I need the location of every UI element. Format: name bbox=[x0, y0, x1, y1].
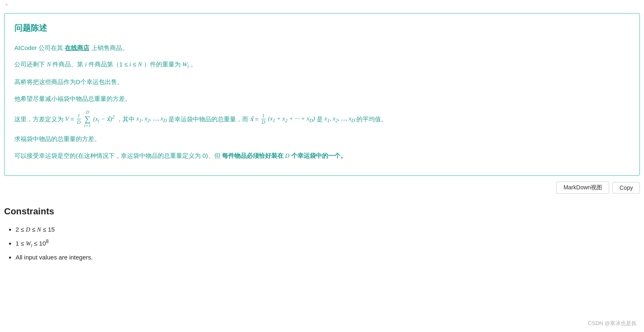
constraint-item-3: All input values are integers. bbox=[16, 251, 640, 264]
page-footer: CSDN @寒冰也是执 bbox=[588, 319, 637, 328]
formula-V: V bbox=[65, 112, 69, 126]
formula-sum-expr: (x1 + x2 + ··· + xD) bbox=[268, 112, 315, 126]
para4-text: 他希望尽量减小福袋中物品总重量的方差。 bbox=[14, 95, 131, 102]
formula-xs2: x1, x2, ..., xD bbox=[324, 112, 355, 126]
formula-mid: ，其中 bbox=[116, 112, 135, 126]
collapse-bar[interactable]: ⌃ bbox=[0, 0, 644, 13]
fraction-1D: 1 D bbox=[76, 113, 82, 125]
para2-i2: i bbox=[129, 61, 131, 68]
problem-paragraph-1: AtCoder 公司在其 在线商店 上销售商品。 bbox=[14, 42, 630, 54]
footer-text: CSDN @寒冰也是执 bbox=[588, 320, 637, 326]
para2-N: N bbox=[47, 61, 51, 68]
para2-Wi: Wi bbox=[182, 61, 189, 68]
para2-end: ）件的重量为 bbox=[144, 61, 181, 68]
problem-paragraph-2: 公司还剩下 N 件商品。第 i 件商品第（1 ≤ i ≤ N ）件的重量为 Wi… bbox=[14, 59, 630, 71]
para1-bold: 在线商店 bbox=[65, 44, 89, 51]
para2-pre: 公司还剩下 bbox=[14, 61, 47, 68]
copy-button[interactable]: Copy bbox=[612, 182, 640, 193]
para1-pre: AtCoder 公司在其 bbox=[14, 44, 63, 51]
markdown-view-button[interactable]: MarkDown视图 bbox=[556, 182, 609, 194]
constraints-section: Constraints 2 ≤ D ≤ N ≤ 15 1 ≤ Wi ≤ 108 … bbox=[4, 204, 640, 276]
para1-rest: 上销售商品。 bbox=[91, 44, 128, 51]
para6-text: 求福袋中物品的总重量的方差。 bbox=[14, 135, 100, 142]
formula-xs: x1, x2, ..., xD bbox=[136, 112, 167, 126]
formula-eq2: = bbox=[255, 112, 259, 126]
formula-pre: 这里，方差定义为 bbox=[14, 112, 63, 126]
problem-paragraph-6: 求福袋中物品的总重量的方差。 bbox=[14, 133, 630, 145]
problem-title: 问题陈述 bbox=[14, 21, 630, 35]
para2-period: 。 bbox=[190, 61, 197, 68]
formula-is: 是 bbox=[317, 112, 323, 126]
constraint-item-2: 1 ≤ Wi ≤ 108 bbox=[16, 236, 640, 250]
constraints-list: 2 ≤ D ≤ N ≤ 15 1 ≤ Wi ≤ 108 All input va… bbox=[4, 223, 640, 264]
formula-inner: (xi − x̄)2 bbox=[93, 111, 115, 126]
formula-avg-label: 的平均值。 bbox=[356, 112, 387, 126]
formula-eq: = bbox=[70, 112, 74, 126]
problem-paragraph-4: 他希望尽量减小福袋中物品总重量的方差。 bbox=[14, 93, 630, 105]
formula-xbar: x̄ bbox=[250, 112, 253, 126]
page-container: ⌃ 问题陈述 AtCoder 公司在其 在线商店 上销售商品。 公司还剩下 N … bbox=[0, 0, 644, 332]
para2-i: i bbox=[85, 61, 87, 68]
para7-D: D bbox=[285, 152, 290, 159]
problem-box: 问题陈述 AtCoder 公司在其 在线商店 上销售商品。 公司还剩下 N 件商… bbox=[4, 13, 640, 176]
fraction-1D-2: 1 D bbox=[261, 113, 266, 125]
para2-N2: N bbox=[138, 61, 142, 68]
formula-desc: 是幸运袋中物品的总重量，而 bbox=[168, 112, 248, 126]
para2-le: ≤ bbox=[133, 61, 138, 68]
sigma-symbol: D ∑ i=1 bbox=[84, 109, 91, 128]
para2-mid2: 件商品第（1 ≤ bbox=[88, 61, 129, 68]
problem-paragraph-3: 高桥将把这些商品作为D个幸运包出售。 bbox=[14, 76, 630, 88]
formula-paragraph: 这里，方差定义为 V = 1 D D ∑ i=1 (xi − x̄)2 ，其中 … bbox=[14, 109, 630, 128]
problem-paragraph-7: 可以接受幸运袋是空的(在这种情况下，幸运袋中物品的总重量定义为 0)、但 每件物… bbox=[14, 150, 630, 162]
constraint-item-1: 2 ≤ D ≤ N ≤ 15 bbox=[16, 223, 640, 236]
para7-pre: 可以接受幸运袋是空的(在这种情况下，幸运袋中物品的总重量定义为 0)、但 bbox=[14, 152, 220, 159]
para2-mid: 件商品。第 bbox=[52, 61, 83, 68]
constraints-title: Constraints bbox=[4, 204, 640, 219]
para7-bold2: 个幸运袋中的一个。 bbox=[291, 152, 347, 159]
action-bar: MarkDown视图 Copy bbox=[4, 182, 640, 194]
para7-bold1: 每件物品必须恰好装在 bbox=[222, 152, 283, 159]
collapse-icon: ⌃ bbox=[4, 3, 9, 9]
para3-text: 高桥将把这些商品作为D个幸运包出售。 bbox=[14, 78, 123, 85]
